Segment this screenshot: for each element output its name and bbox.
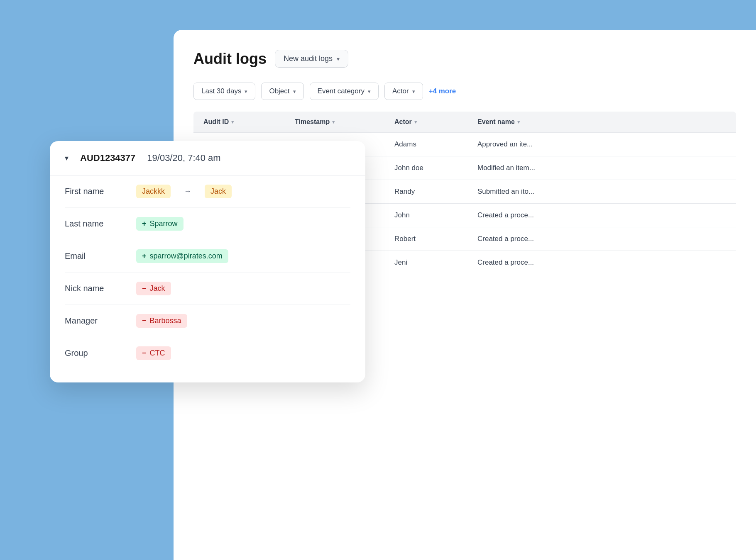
detail-card: ▾ AUD1234377 19/03/20, 7:40 am First nam… — [50, 141, 365, 382]
chevron-down-icon: ▾ — [293, 88, 296, 95]
table-header: Audit ID ▾ Timestamp ▾ Actor ▾ Event nam… — [193, 112, 736, 132]
cell-actor: John doe — [394, 164, 477, 172]
sort-icon: ▾ — [332, 119, 335, 125]
cell-event: Created a proce... — [477, 258, 726, 267]
filter-object[interactable]: Object ▾ — [261, 83, 303, 100]
header-row: Audit logs New audit logs ▾ — [193, 50, 736, 68]
detail-field-lastname: Last name + Sparrow — [65, 208, 350, 240]
cell-actor: Robert — [394, 235, 477, 243]
audit-type-dropdown[interactable]: New audit logs ▾ — [275, 50, 348, 68]
filter-date[interactable]: Last 30 days ▾ — [193, 83, 255, 100]
detail-field-nickname: Nick name − Jack — [65, 273, 350, 305]
chevron-down-icon: ▾ — [368, 88, 371, 95]
filter-event-category[interactable]: Event category ▾ — [310, 83, 379, 100]
cell-event: Created a proce... — [477, 211, 726, 219]
cell-event: Created a proce... — [477, 235, 726, 243]
added-value-badge: + Sparrow — [136, 217, 183, 231]
cell-actor: Jeni — [394, 258, 477, 267]
col-audit-id[interactable]: Audit ID ▾ — [203, 118, 295, 126]
audit-type-label: New audit logs — [284, 54, 333, 63]
chevron-down-icon: ▾ — [337, 56, 340, 62]
page-title: Audit logs — [193, 50, 267, 68]
removed-value-badge: − Barbossa — [136, 314, 187, 328]
cell-event: Submitted an ito... — [477, 187, 726, 196]
arrow-icon: → — [184, 187, 191, 196]
new-value-badge: Jack — [205, 185, 232, 198]
added-value-badge: + sparrow@pirates.com — [136, 249, 228, 263]
filter-actor-label: Actor — [392, 87, 409, 95]
detail-header: ▾ AUD1234377 19/03/20, 7:40 am — [50, 141, 365, 175]
detail-field-email: Email + sparrow@pirates.com — [65, 240, 350, 273]
detail-field-firstname: First name Jackkk → Jack — [65, 175, 350, 208]
field-label: Nick name — [65, 284, 123, 293]
cell-event: Approved an ite... — [477, 140, 726, 149]
sort-icon: ▾ — [414, 119, 417, 125]
field-label: Last name — [65, 219, 123, 229]
more-filters-link[interactable]: +4 more — [429, 87, 456, 95]
col-event-name[interactable]: Event name ▾ — [477, 118, 726, 126]
detail-audit-id: AUD1234377 — [80, 153, 135, 163]
field-label: Group — [65, 348, 123, 358]
sort-icon: ▾ — [517, 119, 520, 125]
removed-value-badge: − Jack — [136, 282, 171, 295]
filter-actor[interactable]: Actor ▾ — [384, 83, 423, 100]
old-value-badge: Jackkk — [136, 185, 171, 198]
cell-actor: Adams — [394, 140, 477, 149]
cell-actor: John — [394, 211, 477, 219]
sort-icon: ▾ — [231, 119, 234, 125]
col-timestamp[interactable]: Timestamp ▾ — [295, 118, 394, 126]
col-actor[interactable]: Actor ▾ — [394, 118, 477, 126]
cell-actor: Randy — [394, 187, 477, 196]
detail-timestamp: 19/03/20, 7:40 am — [147, 153, 220, 163]
chevron-down-icon: ▾ — [245, 88, 247, 95]
detail-body: First name Jackkk → Jack Last name + Spa… — [50, 175, 365, 382]
filter-object-label: Object — [269, 87, 289, 95]
collapse-icon[interactable]: ▾ — [65, 153, 69, 163]
field-label: First name — [65, 187, 123, 196]
detail-field-group: Group − CTC — [65, 337, 350, 369]
filter-date-label: Last 30 days — [201, 87, 241, 95]
removed-value-badge: − CTC — [136, 346, 171, 360]
detail-field-manager: Manager − Barbossa — [65, 305, 350, 337]
filter-event-category-label: Event category — [318, 87, 365, 95]
filter-row: Last 30 days ▾ Object ▾ Event category ▾… — [193, 83, 736, 100]
cell-event: Modified an item... — [477, 164, 726, 172]
field-label: Email — [65, 251, 123, 261]
field-label: Manager — [65, 316, 123, 326]
chevron-down-icon: ▾ — [412, 88, 415, 95]
